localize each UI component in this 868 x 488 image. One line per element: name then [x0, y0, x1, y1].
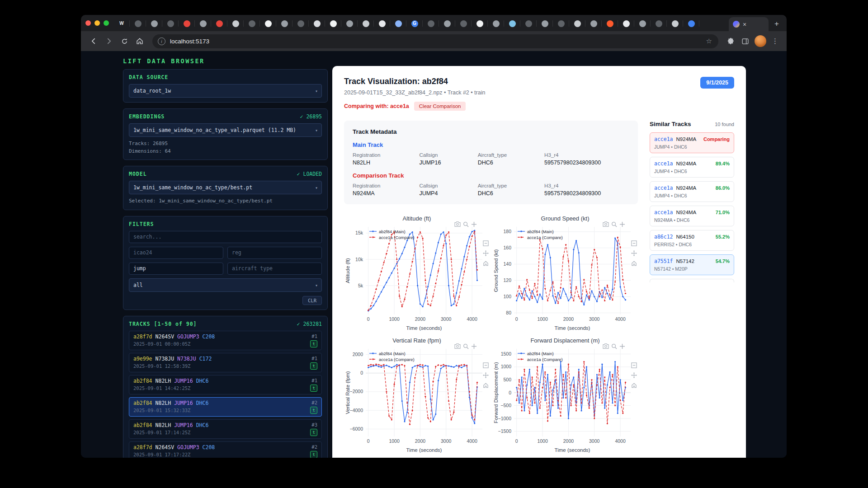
similar-track-item[interactable]: a7551f N57142 54.7% N57142 • M20P — [650, 254, 734, 275]
search-input[interactable] — [129, 231, 322, 243]
zoom-in-icon[interactable] — [619, 221, 625, 227]
pan-icon[interactable] — [631, 250, 637, 256]
collapse-icon[interactable] — [631, 240, 637, 246]
zoom-in-icon[interactable] — [471, 221, 477, 227]
browser-tab[interactable] — [423, 16, 439, 31]
forward-button[interactable] — [102, 34, 116, 48]
camera-icon[interactable] — [454, 343, 461, 349]
browser-tab[interactable] — [341, 16, 358, 31]
data-source-select[interactable]: data_root_1w ▾ — [129, 84, 322, 98]
browser-tab[interactable] — [130, 16, 146, 31]
browser-tab[interactable] — [179, 16, 195, 31]
browser-tab[interactable] — [358, 16, 374, 31]
track-list-item[interactable]: ab2f84 N82LH JUMP16 DHC6 2025-09-01 15:3… — [129, 397, 322, 417]
browser-tab[interactable] — [439, 16, 455, 31]
track-list-item[interactable]: a28f7d N264SV GOJUMP3 C208 2025-09-01 00… — [129, 331, 322, 350]
menu-kebab-icon[interactable]: ⋮ — [769, 37, 781, 45]
chart-plot[interactable]: 20000−2000−4000−600001000200030004000ab2… — [344, 346, 490, 454]
camera-icon[interactable] — [603, 343, 609, 349]
profile-avatar[interactable] — [755, 35, 766, 47]
similar-track-item[interactable]: acce1a N924MA 89.4% JUMP4 • DHC6 — [650, 157, 734, 178]
aircraft-type-input[interactable] — [227, 263, 322, 275]
browser-tab[interactable] — [292, 16, 309, 31]
browser-tab[interactable] — [553, 16, 569, 31]
home-icon[interactable] — [483, 260, 489, 266]
zoom-icon[interactable] — [463, 221, 469, 227]
model-select[interactable]: 1w_mini_same_window_no_ac_type/best.pt ▾ — [129, 181, 322, 194]
collapse-icon[interactable] — [483, 362, 489, 368]
zoom-in-icon[interactable] — [619, 343, 625, 349]
browser-tab[interactable] — [667, 16, 683, 31]
back-button[interactable] — [86, 34, 101, 48]
browser-tab[interactable] — [325, 16, 341, 31]
browser-tab[interactable] — [309, 16, 325, 31]
callsign-input[interactable] — [129, 263, 223, 275]
browser-tab[interactable] — [488, 16, 504, 31]
active-tab[interactable]: × — [729, 17, 769, 31]
zoom-button[interactable] — [104, 20, 109, 26]
tab-close-icon[interactable]: × — [743, 21, 746, 28]
similar-track-item[interactable]: a86c12 N64150 55.2% PERRIS2 • DHC6 — [650, 230, 734, 251]
chart-plot[interactable]: 8010012014016018001000200030004000ab2f84… — [492, 224, 638, 332]
pan-icon[interactable] — [483, 250, 489, 256]
browser-tab[interactable] — [455, 16, 472, 31]
track-list-item[interactable]: a28f7d N264SV GOJUMP3 C208 2025-09-01 17… — [129, 441, 322, 458]
browser-tab[interactable] — [537, 16, 553, 31]
browser-tab[interactable] — [602, 16, 618, 31]
track-list-item[interactable]: a9e99e N738JU N738JU C172 2025-09-01 12:… — [129, 353, 322, 372]
minimize-button[interactable] — [94, 20, 100, 26]
collapse-icon[interactable] — [631, 362, 637, 368]
browser-tab[interactable] — [260, 16, 276, 31]
embeddings-select[interactable]: 1w_mini_same_window_no_ac_type_val.parqu… — [129, 123, 322, 137]
bookmark-star-icon[interactable]: ☆ — [703, 37, 716, 45]
clear-comparison-button[interactable]: Clear Comparison — [414, 102, 466, 111]
camera-icon[interactable] — [603, 221, 609, 227]
collapse-icon[interactable] — [483, 240, 489, 246]
browser-tab[interactable] — [683, 16, 699, 31]
pan-icon[interactable] — [483, 372, 489, 378]
extensions-icon[interactable] — [724, 34, 737, 48]
side-panel-icon[interactable] — [738, 34, 752, 48]
browser-tab[interactable] — [585, 16, 602, 31]
reload-button[interactable] — [117, 34, 132, 48]
browser-tab[interactable] — [634, 16, 651, 31]
zoom-icon[interactable] — [463, 343, 469, 349]
similar-track-item[interactable]: acce1a N924MA Comparing JUMP4 • DHC6 — [650, 132, 734, 153]
browser-tab[interactable] — [374, 16, 390, 31]
browser-tab[interactable] — [276, 16, 292, 31]
new-tab-button[interactable]: + — [770, 18, 783, 30]
browser-tab[interactable] — [618, 16, 634, 31]
browser-tab[interactable] — [390, 16, 406, 31]
browser-tab[interactable]: G — [406, 16, 423, 31]
browser-tab[interactable] — [472, 16, 488, 31]
track-list-item[interactable]: ab2f84 N82LH JUMP16 DHC6 2025-09-01 17:1… — [129, 419, 322, 439]
site-info-icon[interactable]: i — [158, 38, 165, 45]
address-bar[interactable]: i localhost:5173 ☆ — [152, 34, 718, 48]
browser-tab[interactable] — [520, 16, 537, 31]
similar-track-item[interactable]: acce1a N924MA 86.0% JUMP4 • DHC6 — [650, 181, 734, 202]
home-icon[interactable] — [483, 382, 489, 388]
similar-track-item[interactable]: acce1a N924MA 71.0% N924MA • DHC6 — [650, 206, 734, 226]
home-button[interactable] — [132, 34, 147, 48]
camera-icon[interactable] — [454, 221, 461, 227]
browser-tab[interactable] — [211, 16, 227, 31]
zoom-in-icon[interactable] — [471, 343, 477, 349]
chart-plot[interactable]: 150010005000−500−1000−150001000200030004… — [492, 346, 638, 454]
browser-tab[interactable] — [146, 16, 162, 31]
filter-category-select[interactable]: all ▾ — [129, 278, 322, 292]
icao24-input[interactable] — [129, 247, 223, 259]
track-list-item[interactable]: ab2f84 N82LH JUMP16 DHC6 2025-09-01 14:4… — [129, 375, 322, 394]
clear-filters-button[interactable]: CLR — [302, 296, 322, 305]
browser-tab[interactable] — [227, 16, 244, 31]
home-icon[interactable] — [631, 260, 637, 266]
browser-tab[interactable] — [504, 16, 520, 31]
browser-tab[interactable] — [651, 16, 667, 31]
zoom-icon[interactable] — [611, 343, 617, 349]
browser-tab[interactable]: W — [113, 16, 130, 31]
home-icon[interactable] — [631, 382, 637, 388]
browser-tab[interactable] — [162, 16, 179, 31]
browser-tab[interactable] — [244, 16, 260, 31]
browser-tab[interactable] — [569, 16, 585, 31]
close-button[interactable] — [85, 20, 91, 26]
pan-icon[interactable] — [631, 372, 637, 378]
